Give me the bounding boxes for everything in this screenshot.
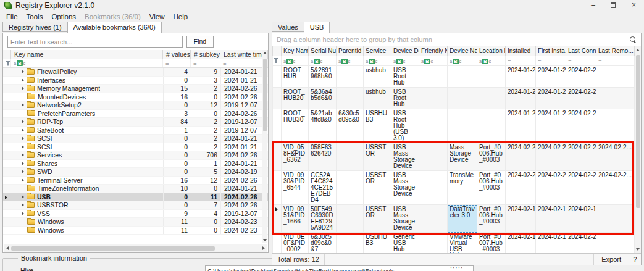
filter-cell-last-remo[interactable]: = xyxy=(596,56,635,66)
column-header-serial-num[interactable]: Serial Num... xyxy=(309,46,337,56)
tree-row-memory-management[interactable]: Memory Management1522024-02-26 xyxy=(3,85,268,93)
tree-row-services[interactable]: Services07062024-02-26 xyxy=(3,151,268,160)
column-header-key-name[interactable]: Key name xyxy=(11,50,163,59)
expand-arrow-icon[interactable] xyxy=(22,178,24,182)
expand-arrow-icon[interactable] xyxy=(22,195,24,199)
cell-parentid-p[interactable] xyxy=(337,171,364,205)
cell-service[interactable]: usbhub xyxy=(364,88,391,109)
tree-row-firewallpolicy[interactable]: FirewallPolicy492024-01-21 xyxy=(3,68,268,77)
tree-row-rdp-tcp[interactable]: RDP-Tcp8422019-12-07 xyxy=(3,118,268,127)
tab-values[interactable]: Values xyxy=(272,22,304,32)
cell-device-desc[interactable]: USB Mass Storage Device xyxy=(391,205,419,233)
filter-cell-last-write[interactable]: = xyxy=(220,59,268,67)
cell-parentid-p[interactable] xyxy=(337,88,364,109)
cell-device-desc[interactable]: USB Mass Storage Device xyxy=(391,143,419,171)
filter-cell-values[interactable]: = xyxy=(163,59,191,67)
column-header-first-insta[interactable]: First Insta... xyxy=(536,46,566,56)
table-row[interactable]: VID_0951&PID_166650E549C6930DEF81295A9D2… xyxy=(273,205,635,233)
close-button[interactable]: × xyxy=(624,0,644,11)
scroll-up-icon[interactable] xyxy=(636,49,640,51)
cell-friendly-n[interactable] xyxy=(419,233,448,254)
filter-cell-friendly-n[interactable]: aBc xyxy=(419,56,448,66)
expand-arrow-icon[interactable] xyxy=(22,128,24,132)
expand-arrow-icon[interactable] xyxy=(22,170,24,173)
expand-arrow-icon[interactable] xyxy=(22,162,24,165)
menu-item-file[interactable]: File xyxy=(2,12,22,21)
cell-location-i[interactable]: Port_#0006.Hub_#0003 xyxy=(477,143,506,171)
cell-key-name[interactable]: ROOT_HUB20 xyxy=(282,88,309,109)
cell-key-name[interactable]: VID_058F&PID_6362 xyxy=(282,143,309,171)
cell-last-conn[interactable]: 2024-02-2... xyxy=(566,66,596,88)
cell-first-insta[interactable]: 2024-01-2... xyxy=(536,88,566,109)
cell-device-na[interactable] xyxy=(448,66,477,88)
find-button[interactable]: Find xyxy=(186,36,214,48)
cell-friendly-n[interactable] xyxy=(419,143,448,171)
tree-vertical-scrollbar[interactable] xyxy=(262,50,267,243)
cell-last-remo[interactable] xyxy=(596,205,635,233)
cell-location-i[interactable] xyxy=(477,109,506,143)
cell-device-na[interactable]: Mass Storage Device xyxy=(448,143,477,171)
tree-row-vss[interactable]: VSS942019-12-07 xyxy=(3,210,268,219)
cell-installed[interactable]: 2024-02-1... xyxy=(506,205,536,233)
cell-last-conn[interactable]: 2024-02-2... xyxy=(566,143,596,171)
search-icon[interactable] xyxy=(630,36,637,43)
scroll-down-icon[interactable] xyxy=(263,239,267,241)
cell-service[interactable]: USBHUB3 xyxy=(364,109,391,143)
cell-last-conn[interactable]: 2024-02-1... xyxy=(566,205,596,233)
menu-item-bookmarks-36-0[interactable]: Bookmarks (36/0) xyxy=(80,12,145,21)
cell-key-name[interactable]: VID_0930&PID_6544 xyxy=(282,171,309,205)
cell-installed[interactable]: 2024-02-1... xyxy=(506,233,536,254)
cell-service[interactable]: USBSTOR xyxy=(364,171,391,205)
cell-friendly-n[interactable] xyxy=(419,88,448,109)
cell-device-na[interactable] xyxy=(448,88,477,109)
tree-row-timezoneinformation[interactable]: TimeZoneInformation1002024-01-21 xyxy=(3,185,268,193)
scroll-down-icon[interactable] xyxy=(636,248,640,251)
cell-device-desc[interactable]: USB Mass Storage Device xyxy=(391,171,419,205)
tree-row-networksetup2[interactable]: NetworkSetup20122019-12-07 xyxy=(3,101,268,110)
cell-friendly-n[interactable] xyxy=(419,109,448,143)
expand-arrow-icon[interactable] xyxy=(22,103,24,107)
expand-arrow-icon[interactable] xyxy=(22,212,24,215)
column-header-last-write[interactable]: Last write time xyxy=(220,50,268,59)
cell-service[interactable]: usbhub xyxy=(364,66,391,88)
minimize-button[interactable]: – xyxy=(583,0,603,11)
cell-installed[interactable]: 2024-01-2... xyxy=(506,109,536,143)
cell-service[interactable]: USBSTOR xyxy=(364,205,391,233)
expand-arrow-icon[interactable] xyxy=(22,145,24,149)
filter-cell-service[interactable]: aBc xyxy=(364,56,391,66)
cell-device-na[interactable]: TransMemory xyxy=(448,171,477,205)
cell-last-remo[interactable]: 2024-02-2... xyxy=(596,143,635,171)
cell-key-name[interactable]: VID_0E0F&PID_0002 xyxy=(282,233,309,254)
cell-friendly-n[interactable] xyxy=(419,66,448,88)
cell-first-insta[interactable]: 2024-01-2... xyxy=(536,109,566,143)
column-header-values[interactable]: # values xyxy=(163,50,191,59)
cell-parentid-p[interactable] xyxy=(337,143,364,171)
cell-location-i[interactable]: Port_#0006.Hub_#0003 xyxy=(477,171,506,205)
expand-arrow-icon[interactable] xyxy=(22,86,24,90)
menu-item-options[interactable]: Options xyxy=(47,12,80,21)
titlebar[interactable]: Registry Explorer v2.1.0 – × xyxy=(0,0,644,11)
cell-key-name[interactable]: ROOT_HUB xyxy=(282,66,309,88)
expand-arrow-icon[interactable] xyxy=(22,136,24,140)
cell-last-conn[interactable]: 2024-02-2... xyxy=(566,88,596,109)
tab-registry-hives-1[interactable]: Registry hives (1) xyxy=(2,22,68,32)
cell-serial-num[interactable]: 6&30c5d09c&0&7 xyxy=(309,233,337,254)
cell-friendly-n[interactable] xyxy=(419,171,448,205)
scroll-thumb[interactable] xyxy=(263,59,267,131)
cell-installed[interactable]: 2024-02-2... xyxy=(506,171,536,205)
tree-row-shares[interactable]: Shares012024-01-21 xyxy=(3,160,268,169)
restore-button[interactable] xyxy=(603,0,624,11)
column-header-device-na[interactable]: Device Na... xyxy=(448,46,477,56)
cell-device-desc[interactable]: USB Root Hub xyxy=(391,66,419,88)
cell-device-na[interactable]: VMware Virtual USB Hub xyxy=(448,233,477,254)
expand-arrow-icon[interactable] xyxy=(22,203,24,207)
column-header-last-conn[interactable]: Last Conn... xyxy=(566,46,596,56)
filter-cell-device-na[interactable]: aBc xyxy=(448,56,477,66)
tree-row-windows[interactable]: Windows1102024-02-23 xyxy=(3,227,268,235)
cell-last-conn[interactable]: 2024-02-2... xyxy=(566,109,596,143)
cell-service[interactable]: USBHUB3 xyxy=(364,233,391,254)
filter-cell-parentid-p[interactable]: aBc xyxy=(337,56,364,66)
cell-parentid-p[interactable] xyxy=(337,66,364,88)
cell-location-i[interactable] xyxy=(477,88,506,109)
filter-cell-device-desc[interactable]: aBc xyxy=(391,56,419,66)
